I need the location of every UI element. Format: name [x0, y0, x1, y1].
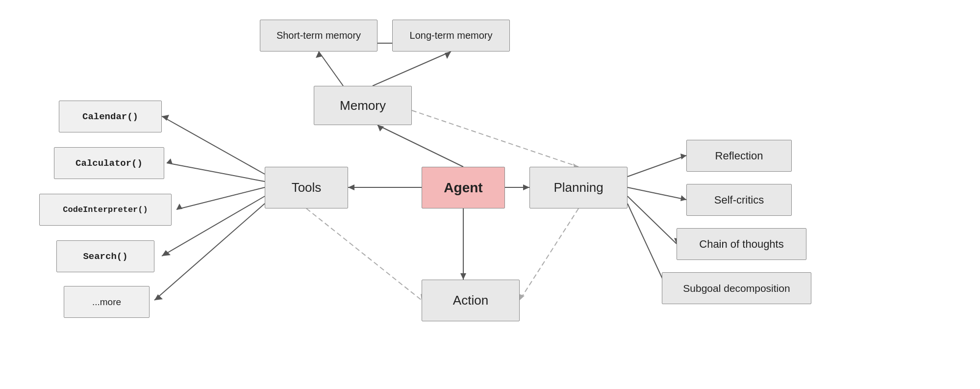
code-interpreter-box: CodeInterpreter(): [39, 194, 172, 226]
svg-marker-3: [445, 52, 451, 59]
short-term-memory-box: Short-term memory: [260, 20, 377, 52]
svg-line-21: [162, 196, 265, 256]
svg-marker-1: [316, 52, 322, 58]
svg-marker-28: [680, 195, 686, 201]
svg-marker-22: [162, 250, 171, 256]
svg-marker-24: [154, 294, 163, 300]
svg-line-25: [628, 156, 686, 177]
svg-line-17: [167, 163, 265, 182]
svg-line-31: [628, 204, 667, 288]
planning-box: Planning: [529, 167, 628, 208]
memory-box: Memory: [314, 86, 412, 125]
svg-line-29: [628, 196, 677, 244]
svg-line-7: [377, 125, 463, 167]
svg-marker-20: [176, 204, 182, 209]
svg-line-37: [306, 208, 422, 300]
subgoal-decomposition-box: Subgoal decomposition: [662, 272, 811, 304]
reflection-box: Reflection: [686, 140, 792, 172]
action-box: Action: [422, 280, 520, 321]
svg-line-27: [628, 187, 686, 200]
svg-marker-16: [162, 115, 169, 121]
svg-line-33: [412, 110, 578, 167]
svg-line-35: [520, 208, 578, 300]
self-critics-box: Self-critics: [686, 184, 792, 216]
calendar-box: Calendar(): [59, 101, 162, 132]
svg-line-0: [319, 52, 343, 86]
svg-line-2: [373, 52, 451, 86]
agent-box: Agent: [422, 167, 505, 208]
tools-box: Tools: [265, 167, 348, 208]
svg-marker-10: [348, 184, 354, 190]
calculator-box: Calculator(): [54, 147, 164, 179]
search-box: Search(): [56, 240, 154, 272]
svg-marker-12: [523, 184, 529, 190]
svg-marker-8: [377, 125, 384, 131]
svg-line-15: [162, 116, 265, 174]
svg-line-19: [176, 187, 265, 209]
long-term-memory-box: Long-term memory: [392, 20, 510, 52]
svg-marker-14: [460, 273, 466, 280]
diagram: Short-term memory Long-term memory Memor…: [0, 0, 980, 389]
svg-marker-26: [680, 154, 686, 159]
more-box: ...more: [64, 286, 150, 318]
svg-marker-18: [167, 158, 173, 164]
chain-of-thoughts-box: Chain of thoughts: [677, 228, 806, 260]
